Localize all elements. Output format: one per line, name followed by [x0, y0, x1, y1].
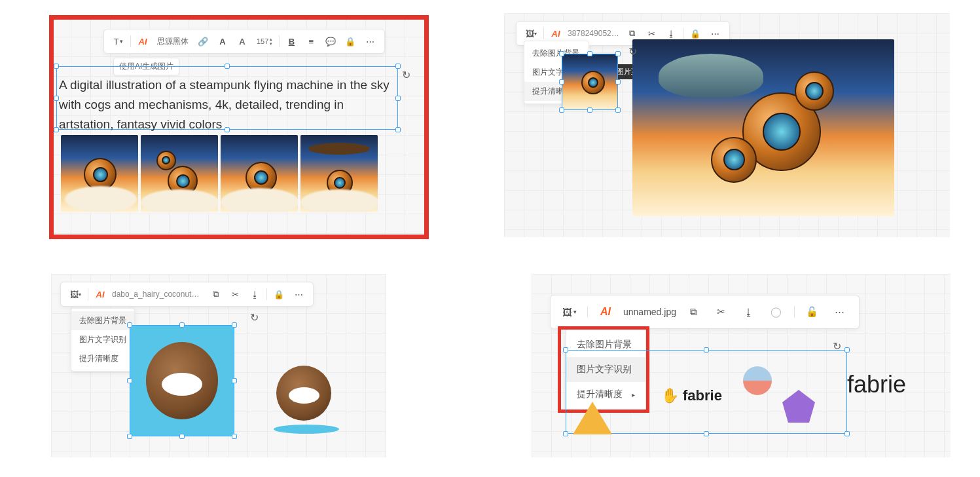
- generated-thumbnails: [61, 135, 378, 212]
- separator: [587, 306, 588, 318]
- menu-upscale[interactable]: 提升清晰度: [71, 349, 134, 368]
- pyramid-shape: [573, 402, 612, 434]
- more-button[interactable]: ⋯: [362, 33, 378, 49]
- circle-icon: ◯: [771, 306, 782, 318]
- rotate-handle[interactable]: ↻: [247, 311, 261, 324]
- image-button[interactable]: 🖼▾: [523, 26, 539, 41]
- resize-handle[interactable]: [225, 64, 230, 69]
- chevron-up-icon[interactable]: ▴: [270, 37, 272, 41]
- text-tool[interactable]: T ▾: [111, 33, 126, 49]
- font-family-select[interactable]: 思源黑体: [154, 33, 191, 49]
- fabrie-logo: ✋ fabrie: [661, 387, 722, 404]
- copy-button[interactable]: ⧉: [684, 302, 704, 322]
- chevron-down-icon[interactable]: ▾: [270, 41, 272, 46]
- filename-label: 3878249052.png: [568, 29, 620, 38]
- ocr-result-text[interactable]: fabrie: [847, 371, 906, 398]
- large-image[interactable]: [632, 39, 894, 216]
- comment-button[interactable]: 💬: [323, 33, 338, 49]
- resize-handle[interactable]: [54, 96, 59, 101]
- resize-handle[interactable]: [844, 347, 850, 353]
- link-button[interactable]: 🔗: [195, 33, 211, 49]
- comment-icon: 💬: [325, 37, 336, 47]
- copy-button[interactable]: ⧉: [208, 286, 223, 302]
- menu-ocr[interactable]: 图片文字识别: [71, 330, 134, 349]
- chevron-down-icon: ▾: [120, 38, 123, 45]
- menu-remove-bg[interactable]: 去除图片背景: [71, 311, 134, 330]
- separator: [130, 35, 131, 47]
- fabrie-logo-text: fabrie: [683, 387, 722, 404]
- ai-button[interactable]: AI: [135, 33, 151, 49]
- resize-handle[interactable]: [615, 107, 621, 113]
- resize-handle[interactable]: [232, 322, 237, 328]
- copy-icon: ⧉: [629, 28, 635, 39]
- prompt-text[interactable]: A digital illustration of a steampunk fl…: [59, 75, 398, 134]
- image-button[interactable]: 🖼▾: [560, 302, 579, 322]
- lock-icon: 🔒: [690, 29, 700, 39]
- lock-button[interactable]: 🔒: [271, 286, 287, 302]
- image-button[interactable]: 🖼▾: [67, 286, 84, 302]
- ai-button[interactable]: AI: [92, 286, 108, 302]
- font-color-button-a1[interactable]: A: [215, 33, 230, 49]
- image-icon: 🖼: [562, 307, 572, 318]
- resize-handle[interactable]: [615, 79, 621, 85]
- separator: [543, 28, 544, 39]
- resize-handle[interactable]: [615, 51, 621, 56]
- thumbnail-4[interactable]: [300, 135, 378, 212]
- font-color-button-a2[interactable]: A: [234, 33, 250, 49]
- rotate-handle[interactable]: ↻: [830, 339, 843, 353]
- more-button[interactable]: ⋯: [830, 302, 850, 322]
- font-size-input[interactable]: 157 ▴ ▾: [254, 33, 275, 49]
- resize-handle[interactable]: [563, 431, 568, 436]
- ai-button[interactable]: AI: [548, 26, 564, 41]
- resize-handle[interactable]: [704, 347, 709, 353]
- resize-handle[interactable]: [587, 51, 592, 56]
- resize-handle[interactable]: [127, 378, 132, 383]
- crop-icon: ✂: [717, 306, 725, 318]
- lock-button[interactable]: 🔒: [342, 33, 358, 49]
- chevron-down-icon: ▾: [534, 31, 537, 37]
- download-button[interactable]: ⭳: [739, 302, 759, 322]
- resize-handle[interactable]: [559, 107, 564, 113]
- download-icon: ⭳: [744, 307, 753, 318]
- resize-handle[interactable]: [704, 431, 709, 436]
- resize-handle[interactable]: [844, 431, 850, 436]
- resize-handle[interactable]: [127, 434, 132, 439]
- resize-handle[interactable]: [179, 434, 185, 439]
- more-button[interactable]: ⋯: [291, 286, 306, 302]
- resize-handle[interactable]: [54, 127, 59, 132]
- filename-label: dabo_a_hairy_coconut_in_the_mi: [112, 290, 204, 299]
- resize-handle[interactable]: [179, 322, 185, 328]
- image-selection-frame[interactable]: ✋ fabrie: [566, 350, 847, 434]
- crop-button[interactable]: ✂: [227, 286, 243, 302]
- more-icon: ⋯: [295, 290, 303, 299]
- ai-button[interactable]: AI: [596, 302, 615, 322]
- resize-handle[interactable]: [232, 378, 237, 383]
- align-button[interactable]: ≡: [303, 33, 319, 49]
- image-selection-frame[interactable]: [562, 54, 618, 110]
- resize-handle[interactable]: [587, 107, 592, 113]
- panel-remove-bg: 🖼▾ AI dabo_a_hairy_coconut_in_the_mi ⧉ ✂…: [51, 274, 386, 457]
- resize-handle[interactable]: [127, 322, 132, 328]
- download-button[interactable]: ⭳: [247, 286, 263, 302]
- link-icon: 🔗: [198, 37, 208, 47]
- resize-handle[interactable]: [54, 64, 59, 69]
- lock-button[interactable]: 🔓: [803, 302, 822, 322]
- resize-handle[interactable]: [563, 347, 568, 353]
- thumbnail-2[interactable]: [141, 135, 218, 212]
- resize-handle[interactable]: [559, 79, 564, 85]
- resize-handle[interactable]: [559, 51, 564, 56]
- bold-button[interactable]: B: [283, 33, 299, 49]
- ball-shape: [743, 366, 772, 395]
- resize-handle[interactable]: [232, 434, 237, 439]
- rotate-handle[interactable]: ↻: [399, 68, 412, 81]
- copy-icon: ⧉: [213, 289, 219, 299]
- image-selection-frame[interactable]: [130, 325, 234, 436]
- hand-icon: ✋: [661, 387, 679, 404]
- crop-button[interactable]: ✂: [712, 302, 731, 322]
- rotate-handle[interactable]: ↻: [626, 45, 639, 58]
- more-icon: ⋯: [711, 29, 719, 39]
- coconut-illustration: [146, 342, 219, 419]
- coconut-nobg[interactable]: [267, 359, 346, 438]
- thumbnail-3[interactable]: [221, 135, 298, 212]
- thumbnail-1[interactable]: [61, 135, 138, 212]
